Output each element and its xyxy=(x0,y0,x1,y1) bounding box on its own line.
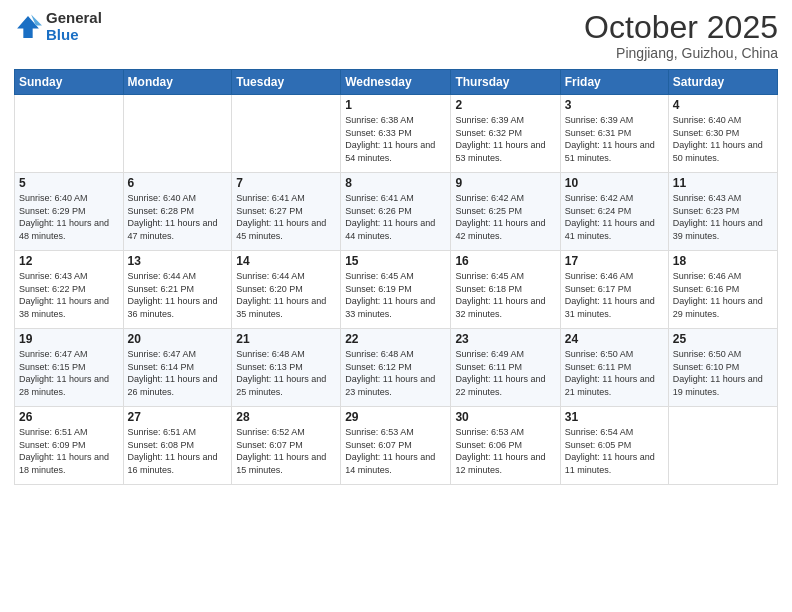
day-number: 22 xyxy=(345,332,446,346)
calendar-cell: 5Sunrise: 6:40 AM Sunset: 6:29 PM Daylig… xyxy=(15,173,124,251)
day-info: Sunrise: 6:44 AM Sunset: 6:21 PM Dayligh… xyxy=(128,270,228,320)
day-number: 7 xyxy=(236,176,336,190)
day-number: 19 xyxy=(19,332,119,346)
calendar-cell: 23Sunrise: 6:49 AM Sunset: 6:11 PM Dayli… xyxy=(451,329,560,407)
calendar-cell: 22Sunrise: 6:48 AM Sunset: 6:12 PM Dayli… xyxy=(341,329,451,407)
calendar-cell: 29Sunrise: 6:53 AM Sunset: 6:07 PM Dayli… xyxy=(341,407,451,485)
calendar-cell: 3Sunrise: 6:39 AM Sunset: 6:31 PM Daylig… xyxy=(560,95,668,173)
day-number: 9 xyxy=(455,176,555,190)
calendar-cell: 31Sunrise: 6:54 AM Sunset: 6:05 PM Dayli… xyxy=(560,407,668,485)
calendar-cell: 28Sunrise: 6:52 AM Sunset: 6:07 PM Dayli… xyxy=(232,407,341,485)
day-number: 24 xyxy=(565,332,664,346)
day-number: 3 xyxy=(565,98,664,112)
calendar-cell: 8Sunrise: 6:41 AM Sunset: 6:26 PM Daylig… xyxy=(341,173,451,251)
day-info: Sunrise: 6:53 AM Sunset: 6:07 PM Dayligh… xyxy=(345,426,446,476)
day-number: 2 xyxy=(455,98,555,112)
day-info: Sunrise: 6:54 AM Sunset: 6:05 PM Dayligh… xyxy=(565,426,664,476)
day-number: 17 xyxy=(565,254,664,268)
day-number: 18 xyxy=(673,254,773,268)
calendar-cell xyxy=(668,407,777,485)
day-number: 20 xyxy=(128,332,228,346)
page-container: General Blue October 2025 Pingjiang, Gui… xyxy=(0,0,792,493)
day-info: Sunrise: 6:51 AM Sunset: 6:09 PM Dayligh… xyxy=(19,426,119,476)
logo-blue: Blue xyxy=(46,27,102,44)
day-number: 21 xyxy=(236,332,336,346)
day-info: Sunrise: 6:41 AM Sunset: 6:26 PM Dayligh… xyxy=(345,192,446,242)
calendar-cell: 6Sunrise: 6:40 AM Sunset: 6:28 PM Daylig… xyxy=(123,173,232,251)
calendar-header-row: SundayMondayTuesdayWednesdayThursdayFrid… xyxy=(15,70,778,95)
day-number: 30 xyxy=(455,410,555,424)
day-header-monday: Monday xyxy=(123,70,232,95)
calendar-cell xyxy=(232,95,341,173)
day-info: Sunrise: 6:48 AM Sunset: 6:13 PM Dayligh… xyxy=(236,348,336,398)
day-info: Sunrise: 6:39 AM Sunset: 6:32 PM Dayligh… xyxy=(455,114,555,164)
day-info: Sunrise: 6:50 AM Sunset: 6:11 PM Dayligh… xyxy=(565,348,664,398)
day-number: 10 xyxy=(565,176,664,190)
day-info: Sunrise: 6:43 AM Sunset: 6:23 PM Dayligh… xyxy=(673,192,773,242)
day-header-tuesday: Tuesday xyxy=(232,70,341,95)
day-number: 31 xyxy=(565,410,664,424)
logo-general: General xyxy=(46,10,102,27)
day-info: Sunrise: 6:46 AM Sunset: 6:17 PM Dayligh… xyxy=(565,270,664,320)
calendar-cell: 17Sunrise: 6:46 AM Sunset: 6:17 PM Dayli… xyxy=(560,251,668,329)
day-header-sunday: Sunday xyxy=(15,70,124,95)
calendar-cell: 10Sunrise: 6:42 AM Sunset: 6:24 PM Dayli… xyxy=(560,173,668,251)
calendar-cell: 15Sunrise: 6:45 AM Sunset: 6:19 PM Dayli… xyxy=(341,251,451,329)
calendar-cell: 18Sunrise: 6:46 AM Sunset: 6:16 PM Dayli… xyxy=(668,251,777,329)
day-info: Sunrise: 6:38 AM Sunset: 6:33 PM Dayligh… xyxy=(345,114,446,164)
calendar-cell: 13Sunrise: 6:44 AM Sunset: 6:21 PM Dayli… xyxy=(123,251,232,329)
calendar-cell: 7Sunrise: 6:41 AM Sunset: 6:27 PM Daylig… xyxy=(232,173,341,251)
location: Pingjiang, Guizhou, China xyxy=(584,45,778,61)
calendar-cell: 27Sunrise: 6:51 AM Sunset: 6:08 PM Dayli… xyxy=(123,407,232,485)
day-info: Sunrise: 6:46 AM Sunset: 6:16 PM Dayligh… xyxy=(673,270,773,320)
calendar-cell: 19Sunrise: 6:47 AM Sunset: 6:15 PM Dayli… xyxy=(15,329,124,407)
calendar-week-2: 5Sunrise: 6:40 AM Sunset: 6:29 PM Daylig… xyxy=(15,173,778,251)
day-info: Sunrise: 6:47 AM Sunset: 6:14 PM Dayligh… xyxy=(128,348,228,398)
calendar-cell: 12Sunrise: 6:43 AM Sunset: 6:22 PM Dayli… xyxy=(15,251,124,329)
day-header-saturday: Saturday xyxy=(668,70,777,95)
calendar-cell: 14Sunrise: 6:44 AM Sunset: 6:20 PM Dayli… xyxy=(232,251,341,329)
day-info: Sunrise: 6:45 AM Sunset: 6:19 PM Dayligh… xyxy=(345,270,446,320)
title-area: October 2025 Pingjiang, Guizhou, China xyxy=(584,10,778,61)
calendar-cell: 11Sunrise: 6:43 AM Sunset: 6:23 PM Dayli… xyxy=(668,173,777,251)
day-info: Sunrise: 6:40 AM Sunset: 6:28 PM Dayligh… xyxy=(128,192,228,242)
day-number: 6 xyxy=(128,176,228,190)
calendar-cell: 2Sunrise: 6:39 AM Sunset: 6:32 PM Daylig… xyxy=(451,95,560,173)
calendar-week-1: 1Sunrise: 6:38 AM Sunset: 6:33 PM Daylig… xyxy=(15,95,778,173)
day-info: Sunrise: 6:40 AM Sunset: 6:29 PM Dayligh… xyxy=(19,192,119,242)
logo: General Blue xyxy=(14,10,102,43)
day-number: 1 xyxy=(345,98,446,112)
calendar-cell: 1Sunrise: 6:38 AM Sunset: 6:33 PM Daylig… xyxy=(341,95,451,173)
calendar-week-4: 19Sunrise: 6:47 AM Sunset: 6:15 PM Dayli… xyxy=(15,329,778,407)
day-info: Sunrise: 6:51 AM Sunset: 6:08 PM Dayligh… xyxy=(128,426,228,476)
calendar-table: SundayMondayTuesdayWednesdayThursdayFrid… xyxy=(14,69,778,485)
day-number: 15 xyxy=(345,254,446,268)
day-info: Sunrise: 6:44 AM Sunset: 6:20 PM Dayligh… xyxy=(236,270,336,320)
logo-text: General Blue xyxy=(46,10,102,43)
calendar-cell: 20Sunrise: 6:47 AM Sunset: 6:14 PM Dayli… xyxy=(123,329,232,407)
day-number: 12 xyxy=(19,254,119,268)
day-number: 5 xyxy=(19,176,119,190)
calendar-cell: 16Sunrise: 6:45 AM Sunset: 6:18 PM Dayli… xyxy=(451,251,560,329)
calendar-cell: 25Sunrise: 6:50 AM Sunset: 6:10 PM Dayli… xyxy=(668,329,777,407)
calendar-cell xyxy=(15,95,124,173)
calendar-cell: 21Sunrise: 6:48 AM Sunset: 6:13 PM Dayli… xyxy=(232,329,341,407)
day-info: Sunrise: 6:41 AM Sunset: 6:27 PM Dayligh… xyxy=(236,192,336,242)
header: General Blue October 2025 Pingjiang, Gui… xyxy=(14,10,778,61)
day-info: Sunrise: 6:43 AM Sunset: 6:22 PM Dayligh… xyxy=(19,270,119,320)
day-info: Sunrise: 6:42 AM Sunset: 6:24 PM Dayligh… xyxy=(565,192,664,242)
calendar-week-5: 26Sunrise: 6:51 AM Sunset: 6:09 PM Dayli… xyxy=(15,407,778,485)
day-number: 8 xyxy=(345,176,446,190)
day-number: 28 xyxy=(236,410,336,424)
day-info: Sunrise: 6:48 AM Sunset: 6:12 PM Dayligh… xyxy=(345,348,446,398)
calendar-week-3: 12Sunrise: 6:43 AM Sunset: 6:22 PM Dayli… xyxy=(15,251,778,329)
month-title: October 2025 xyxy=(584,10,778,45)
day-number: 25 xyxy=(673,332,773,346)
day-info: Sunrise: 6:52 AM Sunset: 6:07 PM Dayligh… xyxy=(236,426,336,476)
day-info: Sunrise: 6:53 AM Sunset: 6:06 PM Dayligh… xyxy=(455,426,555,476)
day-header-wednesday: Wednesday xyxy=(341,70,451,95)
day-number: 14 xyxy=(236,254,336,268)
calendar-cell: 24Sunrise: 6:50 AM Sunset: 6:11 PM Dayli… xyxy=(560,329,668,407)
calendar-cell: 26Sunrise: 6:51 AM Sunset: 6:09 PM Dayli… xyxy=(15,407,124,485)
day-number: 4 xyxy=(673,98,773,112)
